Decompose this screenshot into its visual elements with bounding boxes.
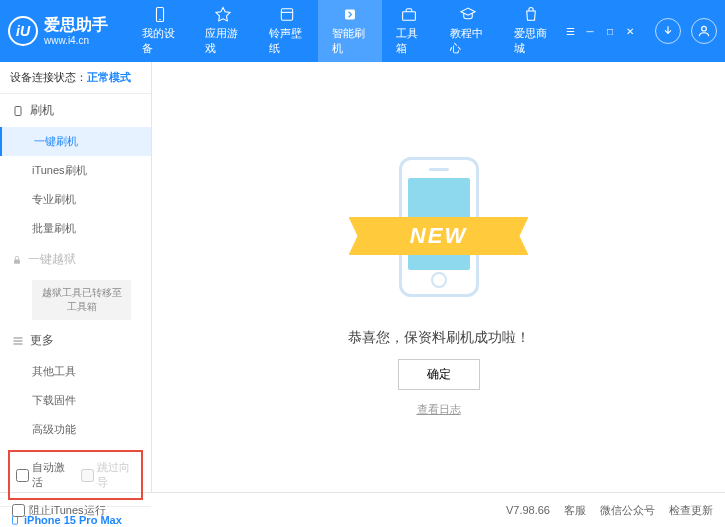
maximize-icon[interactable]: □ <box>603 24 617 38</box>
nav-tutorials[interactable]: 教程中心 <box>436 0 499 62</box>
sidebar: 设备连接状态：正常模式 刷机 一键刷机 iTunes刷机 专业刷机 批量刷机 一… <box>0 62 152 492</box>
svg-rect-2 <box>281 9 292 20</box>
sidebar-other-tools[interactable]: 其他工具 <box>0 357 151 386</box>
more-section[interactable]: 更多 <box>0 324 151 357</box>
brand-url: www.i4.cn <box>44 35 108 47</box>
svg-rect-4 <box>403 12 416 21</box>
app-header: iU 爱思助手 www.i4.cn 我的设备 应用游戏 铃声壁纸 智能刷机 工具… <box>0 0 725 62</box>
jailbreak-moved-note: 越狱工具已转移至工具箱 <box>32 280 131 320</box>
auto-activate-checkbox[interactable]: 自动激活 <box>16 460 71 490</box>
main-content: NEW 恭喜您，保资料刷机成功啦！ 确定 查看日志 <box>152 62 725 492</box>
nav-apps[interactable]: 应用游戏 <box>191 0 254 62</box>
support-link[interactable]: 客服 <box>564 503 586 518</box>
sidebar-download-firmware[interactable]: 下载固件 <box>0 386 151 415</box>
sidebar-itunes-flash[interactable]: iTunes刷机 <box>0 156 151 185</box>
success-illustration: NEW <box>339 137 539 317</box>
window-controls: ☰ ─ □ ✕ <box>563 24 637 38</box>
sidebar-batch-flash[interactable]: 批量刷机 <box>0 214 151 243</box>
version-label: V7.98.66 <box>506 504 550 516</box>
view-log-link[interactable]: 查看日志 <box>417 402 461 417</box>
nav-toolbox[interactable]: 工具箱 <box>382 0 437 62</box>
brand-title: 爱思助手 <box>44 15 108 34</box>
logo-area: iU 爱思助手 www.i4.cn <box>8 15 108 46</box>
sidebar-pro-flash[interactable]: 专业刷机 <box>0 185 151 214</box>
flash-section[interactable]: 刷机 <box>0 94 151 127</box>
menu-icon[interactable]: ☰ <box>563 24 577 38</box>
svg-rect-7 <box>14 259 20 263</box>
check-update-link[interactable]: 检查更新 <box>669 503 713 518</box>
success-message: 恭喜您，保资料刷机成功啦！ <box>348 329 530 347</box>
skip-guide-checkbox[interactable]: 跳过向导 <box>81 460 136 490</box>
user-button[interactable] <box>691 18 717 44</box>
svg-rect-3 <box>345 10 355 20</box>
wechat-link[interactable]: 微信公众号 <box>600 503 655 518</box>
new-ribbon: NEW <box>349 217 529 255</box>
sidebar-advanced[interactable]: 高级功能 <box>0 415 151 444</box>
svg-point-1 <box>159 19 160 20</box>
nav-store[interactable]: 爱思商城 <box>500 0 563 62</box>
svg-point-5 <box>702 26 707 31</box>
options-box: 自动激活 跳过向导 <box>8 450 143 500</box>
nav-ringtones[interactable]: 铃声壁纸 <box>255 0 318 62</box>
jailbreak-section: 一键越狱 <box>0 243 151 276</box>
top-nav: 我的设备 应用游戏 铃声壁纸 智能刷机 工具箱 教程中心 爱思商城 <box>128 0 563 62</box>
sidebar-onekey-flash[interactable]: 一键刷机 <box>0 127 151 156</box>
ok-button[interactable]: 确定 <box>398 359 480 390</box>
nav-flash[interactable]: 智能刷机 <box>318 0 381 62</box>
minimize-icon[interactable]: ─ <box>583 24 597 38</box>
connection-status: 设备连接状态：正常模式 <box>0 62 151 94</box>
close-icon[interactable]: ✕ <box>623 24 637 38</box>
nav-my-device[interactable]: 我的设备 <box>128 0 191 62</box>
logo-icon: iU <box>8 16 38 46</box>
block-itunes-checkbox[interactable]: 阻止iTunes运行 <box>12 503 106 518</box>
download-button[interactable] <box>655 18 681 44</box>
svg-rect-6 <box>15 106 21 115</box>
